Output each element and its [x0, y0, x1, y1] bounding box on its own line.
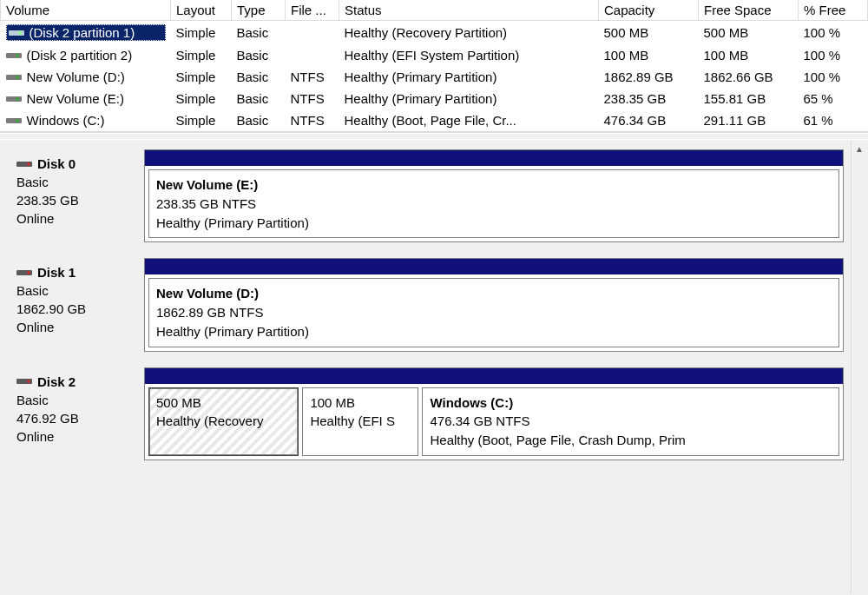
partition-size: 1862.89 GB NTFS — [156, 303, 832, 322]
volume-fs: NTFS — [286, 88, 339, 109]
partition-size: 238.35 GB NTFS — [156, 195, 832, 214]
volume-status: Healthy (Recovery Partition) — [339, 21, 599, 45]
partition-size: 500 MB — [156, 393, 291, 413]
volume-fs — [286, 21, 339, 45]
volume-pct: 100 % — [799, 21, 868, 45]
disk-row: Disk 2Basic476.92 GBOnline500 MBHealthy … — [1, 367, 851, 460]
volume-free: 155.81 GB — [699, 88, 799, 109]
volume-table: Volume Layout Type File ... Status Capac… — [0, 0, 868, 131]
volume-layout: Simple — [171, 44, 232, 66]
partition[interactable]: Windows (C:)476.34 GB NTFSHealthy (Boot,… — [422, 387, 839, 456]
volume-icon — [6, 94, 22, 104]
partition-size: 100 MB — [310, 393, 411, 413]
disk-header-bar — [145, 150, 843, 166]
partition-status: Healthy (Recovery — [156, 412, 291, 431]
volume-pct: 100 % — [799, 44, 868, 66]
partition[interactable]: 100 MBHealthy (EFI S — [302, 387, 418, 456]
disk-state: Online — [16, 427, 144, 446]
volume-name: Windows (C:) — [27, 113, 105, 128]
volume-icon — [6, 116, 22, 126]
volume-fs: NTFS — [286, 66, 339, 88]
volume-status: Healthy (Primary Partition) — [339, 66, 599, 88]
volume-type: Basic — [232, 109, 286, 131]
disk-icon — [16, 159, 32, 169]
disk-label[interactable]: Disk 1Basic1862.90 GBOnline — [1, 258, 144, 351]
disk-header-bar — [145, 259, 843, 274]
volume-fs — [286, 44, 339, 66]
disk-map-pane: Disk 0Basic238.35 GBOnlineNew Volume (E:… — [0, 140, 868, 595]
disk-label[interactable]: Disk 0Basic238.35 GBOnline — [1, 149, 144, 242]
partition-title: Windows (C:) — [430, 393, 832, 413]
disk-size: 476.92 GB — [16, 409, 144, 427]
disk-row: Disk 0Basic238.35 GBOnlineNew Volume (E:… — [1, 149, 851, 242]
volume-list[interactable]: Volume Layout Type File ... Status Capac… — [0, 0, 868, 133]
volume-row[interactable]: (Disk 2 partition 1)SimpleBasicHealthy (… — [1, 21, 868, 45]
volume-name: New Volume (D:) — [27, 69, 125, 84]
volume-capacity: 1862.89 GB — [599, 66, 699, 88]
col-layout[interactable]: Layout — [171, 0, 232, 21]
disk-management-window: Volume Layout Type File ... Status Capac… — [0, 0, 868, 595]
volume-pct: 100 % — [799, 66, 868, 88]
disk-type: Basic — [16, 173, 144, 191]
col-capacity[interactable]: Capacity — [599, 0, 699, 21]
volume-icon — [9, 28, 24, 38]
volume-row[interactable]: New Volume (D:)SimpleBasicNTFSHealthy (P… — [1, 66, 868, 88]
partition-title: New Volume (D:) — [156, 284, 832, 303]
volume-capacity: 238.35 GB — [599, 88, 699, 109]
volume-layout: Simple — [171, 109, 232, 131]
col-free[interactable]: Free Space — [699, 0, 799, 21]
disk-map: 500 MBHealthy (Recovery100 MBHealthy (EF… — [144, 367, 844, 460]
volume-fs: NTFS — [286, 109, 339, 131]
disk-state: Online — [16, 318, 144, 336]
partition[interactable]: New Volume (D:)1862.89 GB NTFSHealthy (P… — [148, 278, 839, 347]
volume-row[interactable]: Windows (C:)SimpleBasicNTFSHealthy (Boot… — [1, 109, 868, 131]
col-fs[interactable]: File ... — [286, 0, 339, 21]
disk-type: Basic — [16, 281, 144, 300]
scroll-up-icon[interactable]: ▲ — [852, 141, 867, 156]
disk-icon — [16, 376, 32, 387]
volume-name: (Disk 2 partition 1) — [30, 25, 135, 40]
volume-type: Basic — [232, 66, 286, 88]
vertical-scrollbar[interactable]: ▲ — [851, 141, 867, 594]
disk-name: Disk 1 — [37, 263, 76, 281]
disk-row: Disk 1Basic1862.90 GBOnlineNew Volume (D… — [1, 258, 851, 351]
disk-label[interactable]: Disk 2Basic476.92 GBOnline — [1, 367, 144, 460]
volume-free: 1862.66 GB — [699, 66, 799, 88]
volume-row[interactable]: (Disk 2 partition 2)SimpleBasicHealthy (… — [1, 44, 868, 66]
volume-row[interactable]: New Volume (E:)SimpleBasicNTFSHealthy (P… — [1, 88, 868, 109]
volume-free: 100 MB — [699, 44, 799, 66]
disk-type: Basic — [16, 391, 144, 409]
volume-status: Healthy (Boot, Page File, Cr... — [339, 109, 599, 131]
volume-layout: Simple — [171, 66, 232, 88]
volume-name: (Disk 2 partition 2) — [27, 48, 133, 63]
disk-size: 1862.90 GB — [16, 300, 144, 318]
col-status[interactable]: Status — [339, 0, 599, 21]
disk-state: Online — [16, 209, 144, 228]
splitter[interactable] — [0, 133, 868, 140]
volume-type: Basic — [232, 21, 286, 45]
partition-status: Healthy (Primary Partition) — [156, 214, 832, 233]
volume-status: Healthy (EFI System Partition) — [339, 44, 599, 66]
volume-icon — [6, 50, 22, 61]
volume-icon — [6, 72, 22, 83]
volume-free: 500 MB — [699, 21, 799, 45]
partition-status: Healthy (EFI S — [310, 412, 411, 431]
col-pct[interactable]: % Free — [799, 0, 868, 21]
partition-status: Healthy (Primary Partition) — [156, 322, 832, 341]
volume-capacity: 100 MB — [599, 44, 699, 66]
partition[interactable]: New Volume (E:)238.35 GB NTFSHealthy (Pr… — [148, 169, 839, 238]
volume-free: 291.11 GB — [699, 109, 799, 131]
partition-size: 476.34 GB NTFS — [430, 412, 832, 431]
volume-status: Healthy (Primary Partition) — [339, 88, 599, 109]
partition[interactable]: 500 MBHealthy (Recovery — [148, 387, 299, 456]
volume-name: New Volume (E:) — [27, 91, 125, 106]
col-type[interactable]: Type — [232, 0, 286, 21]
volume-type: Basic — [232, 44, 286, 66]
volume-table-header[interactable]: Volume Layout Type File ... Status Capac… — [1, 0, 868, 21]
disk-size: 238.35 GB — [16, 191, 144, 209]
col-volume[interactable]: Volume — [1, 0, 171, 21]
volume-type: Basic — [232, 88, 286, 109]
disk-icon — [16, 268, 32, 278]
volume-capacity: 500 MB — [599, 21, 699, 45]
volume-layout: Simple — [171, 88, 232, 109]
